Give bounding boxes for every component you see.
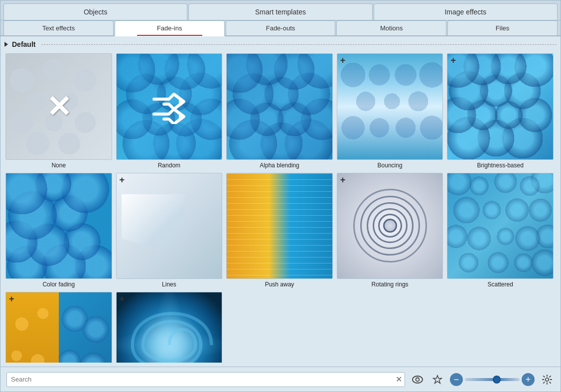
thumb-rotating-rings: + [337, 173, 443, 279]
spiral-svg-icon [117, 292, 222, 363]
tab-motions[interactable]: Motions [336, 20, 446, 35]
thumb-slide: + [5, 292, 112, 363]
eye-icon [412, 376, 423, 384]
zoom-out-button[interactable]: − [450, 373, 463, 386]
item-label: None [51, 162, 66, 169]
zoom-in-button[interactable]: + [522, 373, 535, 386]
item-label: Random [158, 162, 180, 169]
bottom-bar: ✕ − + [0, 367, 561, 392]
tab-objects[interactable]: Objects [3, 3, 187, 20]
list-item[interactable]: + Rotating rings [336, 172, 444, 289]
none-x-icon: ✕ [6, 54, 112, 159]
list-item[interactable]: + Bouncing [336, 52, 444, 170]
list-item[interactable]: Scattered [446, 172, 555, 289]
star-icon [432, 375, 442, 385]
tab-row-1: Objects Smart templates Image effects [0, 0, 561, 20]
eye-icon-button[interactable] [410, 372, 425, 387]
item-label: Alpha blending [260, 162, 299, 169]
item-label: Brightness-based [477, 162, 524, 169]
list-item[interactable]: Alpha blending [225, 52, 334, 170]
list-item[interactable]: Push away [225, 172, 334, 289]
section-header: Default [4, 40, 557, 48]
section-collapse-arrow[interactable] [4, 42, 8, 47]
settings-icon-button[interactable] [540, 372, 555, 387]
rings-visual [337, 173, 443, 279]
thumb-color-fading [5, 173, 112, 279]
tab-row-2: Text effects Fade-ins Fade-outs Motions … [0, 20, 561, 36]
search-input[interactable] [6, 372, 405, 387]
thumb-alpha-blending [226, 53, 333, 160]
item-label: Scattered [488, 281, 513, 288]
tab-smart-templates[interactable]: Smart templates [188, 3, 372, 20]
item-label: Color fading [42, 281, 75, 288]
list-item[interactable]: + Lines [115, 172, 224, 289]
list-item[interactable]: + Slide [4, 291, 113, 363]
plus-badge: + [120, 175, 125, 184]
item-label: Bouncing [378, 162, 403, 169]
list-item[interactable]: + Brightness-based [446, 52, 555, 170]
plus-badge: + [450, 56, 456, 65]
plus-badge: + [340, 175, 346, 184]
main-container: Objects Smart templates Image effects Te… [0, 0, 561, 392]
thumb-spiral: + [116, 292, 223, 363]
item-label: Lines [162, 281, 176, 288]
svg-point-2 [546, 378, 549, 381]
items-grid: ✕ None [4, 52, 555, 363]
thumb-brightness-based: + [447, 53, 554, 160]
plus-badge: + [9, 294, 14, 303]
thumb-scattered [447, 173, 554, 279]
gear-icon [542, 374, 553, 385]
svg-point-1 [416, 378, 420, 381]
thumb-bouncing: + [337, 53, 443, 160]
content-area: Default ✕ None [0, 36, 561, 367]
star-icon-button[interactable] [430, 372, 445, 387]
plus-badge: + [340, 56, 346, 65]
tab-files[interactable]: Files [447, 20, 558, 35]
tab-fade-ins[interactable]: Fade-ins [115, 20, 225, 36]
search-clear-button[interactable]: ✕ [396, 376, 402, 384]
list-item[interactable]: Color fading [4, 172, 113, 289]
zoom-controls: − + [450, 373, 535, 386]
section-divider [41, 44, 557, 45]
grid-scroll-container: ✕ None [4, 52, 557, 363]
item-label: Push away [265, 281, 294, 288]
svg-point-0 [413, 376, 422, 383]
list-item[interactable]: + Spiral [115, 291, 224, 363]
item-label: Rotating rings [372, 281, 409, 288]
shuffle-arrows-icon [117, 54, 222, 159]
plus-badge: + [120, 294, 125, 303]
list-item[interactable]: Random [115, 52, 224, 170]
thumb-push-away [226, 173, 333, 279]
thumb-none: ✕ [5, 53, 112, 160]
section-title: Default [12, 40, 35, 48]
thumb-lines: + [116, 173, 223, 279]
zoom-slider[interactable] [465, 378, 520, 381]
tab-image-effects[interactable]: Image effects [374, 3, 558, 20]
tab-fade-outs[interactable]: Fade-outs [226, 20, 336, 35]
search-wrapper: ✕ [6, 372, 405, 387]
grid-area[interactable]: ✕ None [4, 52, 557, 363]
list-item[interactable]: ✕ None [4, 52, 113, 170]
tab-text-effects[interactable]: Text effects [3, 20, 114, 35]
thumb-random [116, 53, 223, 160]
